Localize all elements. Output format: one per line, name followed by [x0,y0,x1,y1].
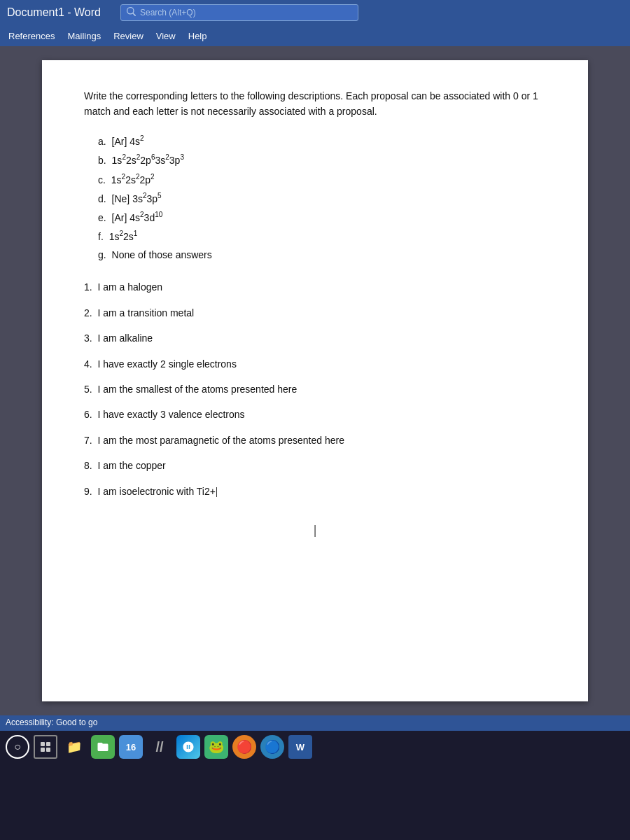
question-9-num: 9. [84,486,92,497]
option-f-label: f. [98,231,104,242]
menu-review[interactable]: Review [108,29,149,43]
question-1-num: 1. [84,281,92,293]
menu-references[interactable]: References [3,29,60,43]
option-f-text: 1s22s1 [109,231,138,242]
bottom-area [0,763,630,840]
intro-text: Write the corresponding letters to the f… [84,88,546,120]
taskbar-slash-button[interactable]: // [147,734,172,760]
taskbar[interactable]: ○ 📁 16 // 🐸 🔴 🔵 W [0,731,630,763]
option-a-label: a. [98,136,106,147]
question-1: 1. I am a halogen [84,279,546,295]
search-icon [127,6,136,19]
question-8: 8. I am the copper [84,458,546,473]
option-c: c. 1s22s22p2 [98,172,546,188]
question-3: 3. I am alkaline [84,330,546,346]
option-d-text: [Ne] 3s23p5 [112,193,162,204]
option-g: g. None of those answers [98,247,546,262]
menu-help[interactable]: Help [183,29,213,43]
option-g-text: None of those answers [112,249,212,260]
svg-rect-0 [41,742,45,746]
svg-rect-1 [46,742,50,746]
question-5: 5. I am the smallest of the atoms presen… [84,382,546,397]
option-b-label: b. [98,155,106,166]
question-1-text: I am a halogen [97,281,162,293]
option-e-label: e. [98,212,106,223]
option-a-text: [Ar] 4s2 [112,136,144,147]
taskbar-frog-button[interactable]: 🐸 [204,735,228,759]
option-e-text: [Ar] 4s23d10 [112,212,163,223]
question-9-text: I am isoelectronic with Ti2+ [97,486,216,497]
cursor-area: | [84,520,546,540]
questions-list: 1. I am a halogen 2. I am a transition m… [84,279,546,499]
menu-bar: References Mailings Review View Help [0,25,630,46]
question-5-num: 5. [84,384,92,395]
question-7-num: 7. [84,435,92,446]
taskbar-edge-button[interactable] [176,735,200,759]
question-4-num: 4. [84,358,92,370]
question-9: 9. I am isoelectronic with Ti2+ [84,484,546,499]
question-7: 7. I am the most paramagnetic of the ato… [84,433,546,448]
question-5-text: I am the smallest of the atoms presented… [97,384,297,395]
options-list: a. [Ar] 4s2 b. 1s22s22p63s23p3 c. 1s22s2… [98,134,546,263]
status-text: Accessibility: Good to go [6,718,97,727]
option-e: e. [Ar] 4s23d10 [98,209,546,225]
search-box[interactable] [120,4,358,21]
question-8-num: 8. [84,460,92,471]
document-area: Write the corresponding letters to the f… [0,46,630,715]
menu-view[interactable]: View [150,29,181,43]
question-2: 2. I am a transition metal [84,305,546,321]
option-b-text: 1s22s22p63s23p3 [112,155,184,166]
svg-rect-2 [41,748,45,752]
option-a: a. [Ar] 4s2 [98,134,546,150]
question-6-num: 6. [84,409,92,420]
option-d-label: d. [98,193,106,204]
option-c-text: 1s22s22p2 [111,174,155,186]
taskbar-blue-button[interactable]: 🔵 [260,735,284,759]
question-2-text: I am a transition metal [97,307,194,318]
taskbar-files-button[interactable] [91,735,115,759]
svg-rect-3 [46,748,50,752]
menu-mailings[interactable]: Mailings [62,29,106,43]
question-6-text: I have exactly 3 valence electrons [97,409,244,420]
option-c-label: c. [98,174,106,186]
option-g-label: g. [98,249,106,260]
question-6: 6. I have exactly 3 valence electrons [84,407,546,422]
question-4-text: I have exactly 2 single electrons [97,358,236,370]
question-4: 4. I have exactly 2 single electrons [84,356,546,372]
question-8-text: I am the copper [97,460,165,471]
i-beam-cursor: | [314,523,317,537]
taskbar-number-badge[interactable]: 16 [119,735,143,759]
taskbar-folder-button[interactable]: 📁 [62,734,87,760]
option-b: b. 1s22s22p63s23p3 [98,153,546,169]
taskbar-start-button[interactable]: ○ [6,735,29,759]
app-title: Document1 - Word [7,6,101,19]
search-input[interactable] [140,8,343,18]
page: Write the corresponding letters to the f… [42,60,588,701]
taskbar-widgets-button[interactable] [34,735,57,759]
taskbar-red-button[interactable]: 🔴 [232,735,256,759]
question-7-text: I am the most paramagnetic of the atoms … [97,435,344,446]
question-3-num: 3. [84,332,92,344]
title-bar: Document1 - Word [0,0,630,25]
question-2-num: 2. [84,307,92,318]
option-f: f. 1s22s1 [98,228,546,244]
question-3-text: I am alkaline [97,332,153,344]
taskbar-word-button[interactable]: W [288,735,312,759]
option-d: d. [Ne] 3s23p5 [98,190,546,206]
status-bar: Accessibility: Good to go [0,715,630,731]
